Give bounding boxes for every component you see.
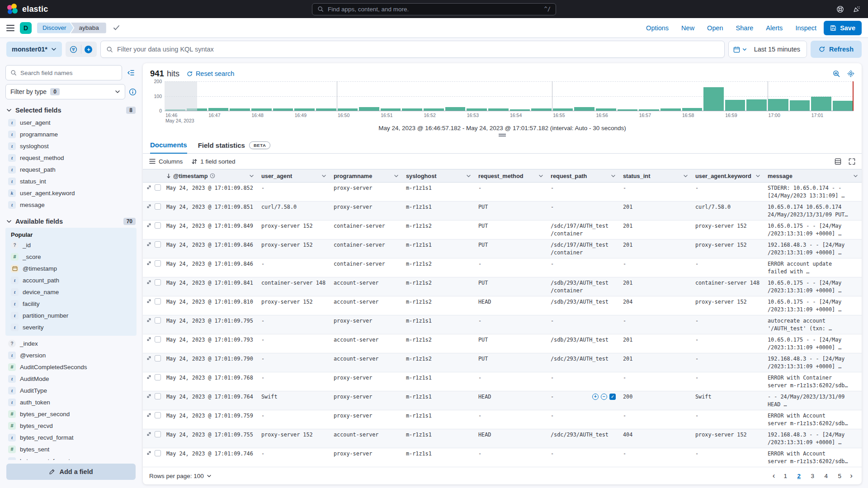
field-item-device_name[interactable]: tdevice_name bbox=[8, 286, 135, 298]
histogram-bucket[interactable] bbox=[574, 81, 595, 111]
histogram-bucket[interactable] bbox=[746, 81, 768, 111]
expand-document-icon[interactable] bbox=[146, 242, 151, 247]
histogram-bucket[interactable] bbox=[595, 81, 617, 111]
available-fields-header[interactable]: Available fields 70 bbox=[6, 218, 136, 225]
field-item-severity[interactable]: tseverity bbox=[8, 321, 135, 333]
expand-document-icon[interactable] bbox=[146, 356, 151, 361]
field-item-@version[interactable]: t@version bbox=[5, 349, 137, 361]
filter-for-value-icon[interactable]: + bbox=[592, 394, 599, 400]
histogram-bucket[interactable] bbox=[423, 81, 445, 111]
column-header-user_agent[interactable]: user_agent bbox=[258, 169, 330, 182]
column-menu-chevron[interactable] bbox=[538, 174, 543, 178]
top-menu-link-share[interactable]: Share bbox=[736, 24, 754, 32]
chart-resize-handle[interactable] bbox=[499, 134, 506, 136]
page-button-4[interactable]: 4 bbox=[820, 470, 832, 482]
field-item-user_agent.keyword[interactable]: kuser_agent.keyword bbox=[5, 187, 137, 199]
row-checkbox[interactable] bbox=[155, 336, 161, 343]
histogram-bucket[interactable] bbox=[724, 81, 746, 111]
gear-icon[interactable] bbox=[847, 70, 854, 77]
field-item-programname[interactable]: tprogramname bbox=[5, 128, 137, 140]
help-icon[interactable] bbox=[836, 5, 844, 13]
top-menu-link-new[interactable]: New bbox=[681, 24, 694, 32]
tab-documents[interactable]: Documents bbox=[150, 141, 187, 154]
filter-by-type-select[interactable]: Filter by type 0 bbox=[5, 84, 125, 99]
expand-document-icon[interactable] bbox=[146, 185, 151, 190]
expand-document-icon[interactable] bbox=[146, 337, 151, 342]
field-item-@timestamp[interactable]: @timestamp bbox=[8, 263, 135, 274]
refresh-button[interactable]: Refresh bbox=[811, 41, 862, 58]
field-item-AuditCompletedSeconds[interactable]: #AuditCompletedSeconds bbox=[5, 361, 137, 373]
row-checkbox[interactable] bbox=[155, 241, 161, 248]
news-megaphone-icon[interactable] bbox=[853, 5, 861, 13]
histogram-bucket[interactable] bbox=[401, 81, 423, 111]
column-menu-chevron[interactable] bbox=[394, 174, 399, 178]
histogram-bucket[interactable] bbox=[660, 81, 681, 111]
fullscreen-icon[interactable] bbox=[849, 158, 855, 165]
field-item-bytes_recvd[interactable]: #bytes_recvd bbox=[5, 420, 137, 432]
row-checkbox[interactable] bbox=[155, 317, 161, 324]
expand-document-icon[interactable] bbox=[146, 432, 151, 436]
top-menu-link-options[interactable]: Options bbox=[646, 24, 669, 32]
row-checkbox[interactable] bbox=[155, 203, 161, 210]
display-density-icon[interactable] bbox=[835, 158, 841, 165]
histogram-bucket[interactable] bbox=[251, 81, 273, 111]
top-menu-link-alerts[interactable]: Alerts bbox=[766, 24, 783, 32]
selected-fields-header[interactable]: Selected fields 8 bbox=[6, 107, 136, 114]
columns-button[interactable]: Columns bbox=[149, 158, 183, 165]
menu-hamburger-icon[interactable] bbox=[6, 25, 14, 31]
row-checkbox[interactable] bbox=[155, 355, 161, 361]
row-checkbox[interactable] bbox=[155, 298, 161, 305]
field-item-auth_token[interactable]: tauth_token bbox=[5, 396, 137, 408]
time-range-label[interactable]: Last 15 minutes bbox=[751, 46, 807, 53]
page-button-2[interactable]: 2 bbox=[793, 470, 805, 482]
data-view-picker[interactable]: monster01* bbox=[6, 42, 62, 57]
column-header-sysloghost[interactable]: sysloghost bbox=[402, 169, 475, 182]
field-item-account_path[interactable]: taccount_path bbox=[8, 274, 135, 286]
histogram-bucket[interactable] bbox=[294, 81, 316, 111]
top-menu-link-open[interactable]: Open bbox=[707, 24, 723, 32]
field-item-bytes_sent_format[interactable]: tbytes_sent_format bbox=[5, 455, 137, 460]
breadcrumb-discover[interactable]: Discover bbox=[37, 23, 74, 33]
column-header-message[interactable]: message bbox=[764, 169, 862, 182]
reset-search-link[interactable]: Reset search bbox=[187, 70, 234, 77]
column-header-status_int[interactable]: status_int bbox=[619, 169, 692, 182]
column-menu-chevron[interactable] bbox=[683, 174, 688, 178]
page-button-3[interactable]: 3 bbox=[807, 470, 818, 482]
column-menu-chevron[interactable] bbox=[249, 174, 254, 178]
breadcrumb-saved-search[interactable]: aybaba bbox=[71, 23, 106, 33]
histogram-bucket[interactable] bbox=[359, 81, 380, 111]
expand-document-icon[interactable] bbox=[146, 375, 151, 380]
column-header-request_method[interactable]: request_method bbox=[475, 169, 547, 182]
save-button[interactable]: Save bbox=[824, 21, 862, 35]
expand-document-icon[interactable] bbox=[146, 299, 151, 304]
collapse-sidebar-icon[interactable] bbox=[125, 67, 137, 79]
histogram-bucket[interactable] bbox=[487, 81, 509, 111]
field-item-AuditMode[interactable]: tAuditMode bbox=[5, 373, 137, 385]
expand-document-icon[interactable] bbox=[146, 413, 151, 418]
histogram-bucket[interactable] bbox=[509, 81, 531, 111]
row-checkbox[interactable] bbox=[155, 412, 161, 418]
row-checkbox[interactable] bbox=[155, 374, 161, 380]
field-item-_score[interactable]: #_score bbox=[8, 251, 135, 263]
histogram-bucket[interactable] bbox=[789, 81, 811, 111]
kql-search-input[interactable]: Filter your data using KQL syntax bbox=[100, 41, 725, 58]
elastic-logo[interactable]: elastic bbox=[7, 4, 48, 14]
rows-per-page-button[interactable]: Rows per page: 100 bbox=[149, 473, 212, 479]
row-checkbox[interactable] bbox=[155, 279, 161, 286]
histogram-bucket[interactable] bbox=[337, 81, 359, 111]
histogram-bucket[interactable] bbox=[272, 81, 294, 111]
filter-out-value-icon[interactable]: − bbox=[601, 394, 607, 400]
field-item-status_int[interactable]: tstatus_int bbox=[5, 175, 137, 187]
page-button-5[interactable]: 5 bbox=[834, 470, 845, 482]
column-menu-chevron[interactable] bbox=[611, 174, 616, 178]
row-checkbox[interactable] bbox=[155, 431, 161, 437]
histogram-bucket[interactable] bbox=[768, 81, 789, 111]
field-item-bytes_per_second[interactable]: #bytes_per_second bbox=[5, 408, 137, 420]
field-search-input[interactable]: Search field names bbox=[5, 65, 122, 80]
histogram-bucket[interactable] bbox=[208, 81, 229, 111]
row-checkbox[interactable] bbox=[155, 260, 161, 267]
field-item-sysloghost[interactable]: tsysloghost bbox=[5, 140, 137, 152]
field-item-message[interactable]: tmessage bbox=[5, 199, 137, 211]
hits-histogram[interactable]: 2001000 16:4616:4716:4816:4916:5016:5116… bbox=[143, 80, 862, 137]
column-menu-chevron[interactable] bbox=[755, 174, 760, 178]
